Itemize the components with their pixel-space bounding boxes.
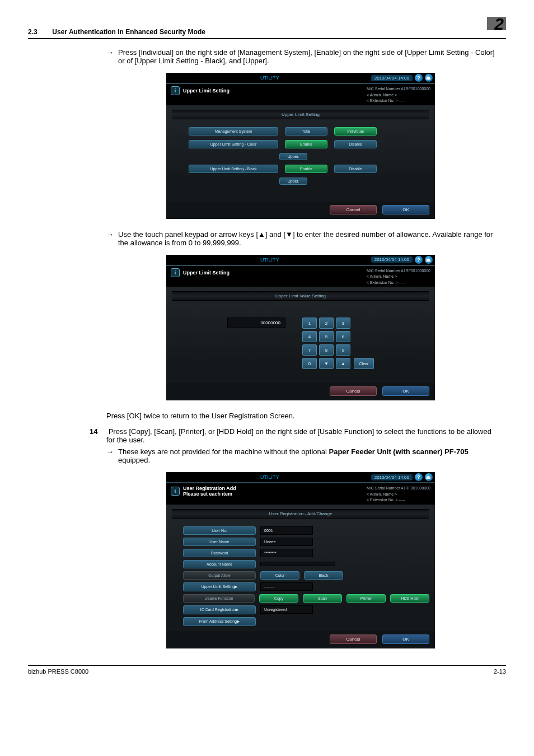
- instruction-text: These keys are not provided for the mach…: [118, 447, 495, 464]
- cancel-button[interactable]: Cancel: [330, 205, 377, 214]
- upper-limit-setting-button[interactable]: Upper Limit Setting▶: [183, 582, 256, 591]
- eject-icon[interactable]: ⏏: [425, 473, 433, 481]
- arrow-icon: →: [106, 48, 114, 57]
- copy-button[interactable]: Copy: [259, 594, 298, 603]
- account-name-value: [260, 562, 335, 566]
- enable-black-button[interactable]: Enable: [285, 165, 327, 173]
- output-allow-label: Output Allow: [183, 571, 256, 580]
- disable-black-button[interactable]: Disable: [334, 165, 377, 173]
- key-2[interactable]: 2: [319, 318, 334, 329]
- section-band: Upper Limit Value Setting: [172, 291, 429, 301]
- hdd-hold-button[interactable]: HDD Hold: [390, 594, 429, 603]
- numeric-keypad: 1 2 3 4 5 6 7 8: [302, 318, 350, 369]
- password-value: ********: [260, 549, 313, 557]
- footer-page-number: 2-13: [494, 668, 506, 675]
- management-system-label: Management System: [189, 127, 278, 136]
- help-icon[interactable]: ?: [415, 74, 423, 82]
- cancel-button[interactable]: Cancel: [330, 634, 377, 644]
- key-up[interactable]: ▲: [336, 358, 350, 369]
- key-9[interactable]: 9: [336, 344, 350, 356]
- key-1[interactable]: 1: [302, 318, 317, 329]
- screenshot-upper-limit-value: UTILITY 2010/04/04 14:00 ? ⏏ i Upper Lim…: [166, 255, 435, 401]
- total-button[interactable]: Total: [285, 127, 327, 136]
- key-7[interactable]: 7: [302, 344, 317, 356]
- ok-button[interactable]: OK: [382, 634, 429, 644]
- info-icon: i: [171, 487, 180, 496]
- disable-color-button[interactable]: Disable: [334, 140, 377, 148]
- machine-info: M/C Serial Number A1RF001000000 < Admin.…: [367, 86, 430, 104]
- key-0[interactable]: 0: [302, 358, 317, 369]
- screenshot-upper-limit-setting: UTILITY 2010/04/04 14:00 ? ⏏ i Upper Lim…: [166, 73, 435, 219]
- ok-button[interactable]: OK: [382, 205, 429, 214]
- upper-limit-value: --------: [260, 582, 313, 591]
- help-icon[interactable]: ?: [415, 473, 423, 481]
- timestamp: 2010/04/04 14:00: [371, 256, 413, 263]
- key-8[interactable]: 8: [319, 344, 334, 356]
- timestamp: 2010/04/04 14:00: [371, 474, 413, 480]
- info-icon: i: [171, 268, 180, 277]
- user-name-value: Ueeee: [260, 538, 313, 546]
- value-display: 00000000: [227, 318, 285, 328]
- step-text: Press [Copy], [Scan], [Printer], or [HDD…: [106, 427, 491, 444]
- individual-button[interactable]: Individual: [334, 127, 377, 136]
- enable-color-button[interactable]: Enable: [285, 140, 327, 148]
- user-no-value: 0001: [260, 526, 313, 535]
- footer-product: bizhub PRESS C8000: [28, 668, 88, 675]
- screenshot-user-registration: UTILITY 2010/04/04 14:00 ? ⏏ i User Regi…: [166, 472, 435, 648]
- arrow-icon: →: [106, 230, 114, 239]
- key-down[interactable]: ▼: [319, 358, 334, 369]
- instruction-text: Press [OK] twice to return to the User R…: [106, 412, 495, 420]
- section-heading: 2.3 User Authentication in Enhanced Secu…: [28, 28, 205, 36]
- upper-black-button[interactable]: Upper.: [279, 178, 307, 185]
- panel-title: Upper Limit Setting: [183, 88, 229, 94]
- key-6[interactable]: 6: [336, 331, 350, 342]
- eject-icon[interactable]: ⏏: [425, 74, 433, 82]
- chapter-number-badge: 2: [487, 17, 506, 36]
- key-4[interactable]: 4: [302, 331, 317, 342]
- instruction-text: Use the touch panel keypad or arrow keys…: [118, 230, 495, 247]
- eject-icon[interactable]: ⏏: [425, 256, 433, 264]
- upper-color-button[interactable]: Upper.: [279, 153, 307, 160]
- section-band: Upper Limit Setting: [172, 110, 429, 119]
- cancel-button[interactable]: Cancel: [330, 386, 377, 396]
- step-number: 14: [90, 427, 106, 436]
- password-button[interactable]: Password: [183, 549, 256, 557]
- printer-button[interactable]: Printer: [346, 594, 386, 603]
- account-name-button[interactable]: Account Name: [183, 560, 256, 568]
- black-button[interactable]: Black: [304, 571, 343, 580]
- color-button[interactable]: Color: [260, 571, 299, 580]
- ic-card-value: Unregistered: [260, 605, 313, 614]
- ok-button[interactable]: OK: [382, 386, 429, 396]
- help-icon[interactable]: ?: [415, 256, 423, 264]
- key-clear[interactable]: Clear: [354, 358, 374, 369]
- upper-limit-color-label: Upper Limit Setting - Color: [189, 140, 278, 148]
- key-3[interactable]: 3: [336, 318, 350, 329]
- user-no-label: User No.: [183, 526, 256, 535]
- ic-card-registration-button[interactable]: IC Card Registration▶: [183, 605, 256, 614]
- upper-limit-black-label: Upper Limit Setting - Black: [189, 165, 278, 173]
- info-icon: i: [171, 86, 180, 95]
- user-name-button[interactable]: User Name: [183, 538, 256, 546]
- from-address-setting-button[interactable]: From Address Setting▶: [183, 617, 256, 626]
- panel-title: Upper Limit Setting: [183, 270, 229, 276]
- timestamp: 2010/04/04 14:00: [371, 75, 413, 81]
- machine-info: M/C Serial Number A1RF001000000 < Admin.…: [367, 268, 430, 286]
- utility-label: UTILITY: [260, 257, 279, 263]
- utility-label: UTILITY: [260, 474, 279, 480]
- instruction-text: Press [Individual] on the right side of …: [118, 48, 495, 65]
- section-band: User Registration - Add/Change: [172, 509, 429, 519]
- machine-info: M/C Serial Number A1RF001000000 < Admin.…: [367, 486, 430, 503]
- utility-label: UTILITY: [260, 75, 279, 81]
- scan-button[interactable]: Scan: [303, 594, 342, 603]
- key-5[interactable]: 5: [319, 331, 334, 342]
- panel-title: User Registration AddPlease set each ite…: [183, 486, 236, 497]
- usable-function-label: Usable Function: [183, 594, 255, 603]
- arrow-icon: →: [106, 447, 114, 456]
